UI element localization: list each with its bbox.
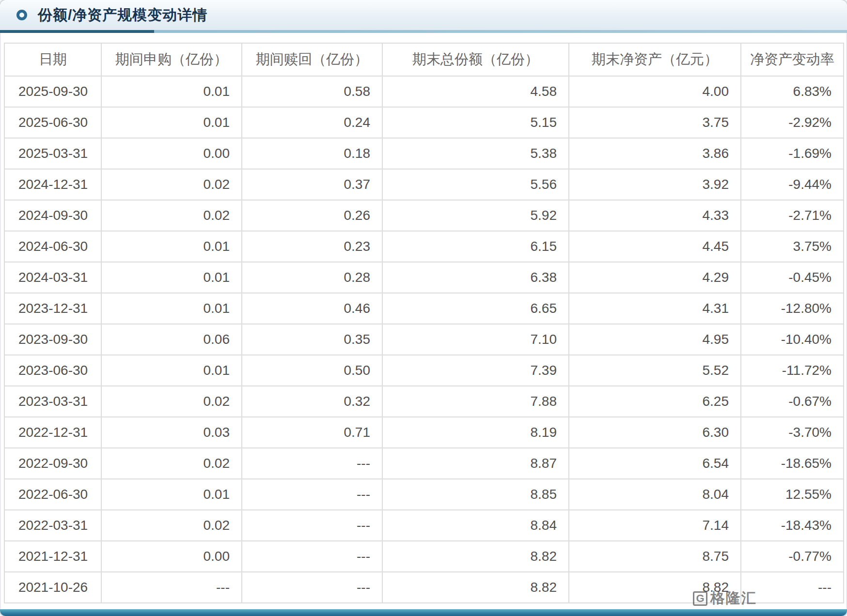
table-cell: 6.25 — [569, 386, 741, 417]
table-cell: -3.70% — [741, 417, 844, 448]
cell-date: 2022-09-30 — [4, 448, 101, 479]
table-row: 2022-03-310.02---8.847.14-18.43% — [4, 510, 844, 541]
cell-date: 2023-12-31 — [4, 293, 101, 324]
table-cell: 0.28 — [242, 262, 382, 293]
table-cell: --- — [242, 510, 382, 541]
table-cell: -18.43% — [741, 510, 844, 541]
table-row: 2024-09-300.020.265.924.33-2.71% — [4, 200, 844, 231]
table-body: 2025-09-300.010.584.584.006.83%2025-06-3… — [4, 76, 844, 603]
cell-date: 2022-06-30 — [4, 479, 101, 510]
table-cell: 0.01 — [101, 355, 242, 386]
table-row: 2023-06-300.010.507.395.52-11.72% — [4, 355, 844, 386]
section-title: 份额/净资产规模变动详情 — [38, 5, 207, 25]
cell-date: 2023-06-30 — [4, 355, 101, 386]
table-cell: 5.56 — [382, 169, 569, 200]
table-cell: 5.38 — [382, 138, 569, 169]
table-cell: 0.01 — [101, 262, 242, 293]
gelonghui-logo-icon: G — [693, 591, 707, 606]
table-cell: 0.03 — [101, 417, 242, 448]
table-cell: -12.80% — [741, 293, 844, 324]
table-row: 2023-12-310.010.466.654.31-12.80% — [4, 293, 844, 324]
table-cell: 5.92 — [382, 200, 569, 231]
table-cell: 12.55% — [741, 479, 844, 510]
col-header-net-assets: 期末净资产（亿元） — [569, 43, 741, 76]
table-row: 2025-06-300.010.245.153.75-2.92% — [4, 107, 844, 138]
table-cell: 0.02 — [101, 200, 242, 231]
cell-date: 2024-06-30 — [4, 231, 101, 262]
cell-date: 2022-03-31 — [4, 510, 101, 541]
table-row: 2021-12-310.00---8.828.75-0.77% — [4, 541, 844, 572]
table-cell: 8.85 — [382, 479, 569, 510]
table-cell: -10.40% — [741, 324, 844, 355]
table-cell: 7.88 — [382, 386, 569, 417]
table-cell: 6.30 — [569, 417, 741, 448]
table-row: 2022-06-300.01---8.858.0412.55% — [4, 479, 844, 510]
table-cell: --- — [242, 541, 382, 572]
table-cell: 3.75% — [741, 231, 844, 262]
table-cell: 8.82 — [382, 572, 569, 603]
table-cell: -0.67% — [741, 386, 844, 417]
table-cell: 8.87 — [382, 448, 569, 479]
col-header-total-shares: 期末总份额（亿份） — [382, 43, 569, 76]
cell-date: 2024-09-30 — [4, 200, 101, 231]
table-cell: 0.18 — [242, 138, 382, 169]
table-cell: 0.02 — [101, 169, 242, 200]
table-cell: 8.19 — [382, 417, 569, 448]
table-row: 2025-03-310.000.185.383.86-1.69% — [4, 138, 844, 169]
table-cell: 0.71 — [242, 417, 382, 448]
table-cell: 0.00 — [101, 138, 242, 169]
cell-date: 2025-09-30 — [4, 76, 101, 107]
table-cell: 0.02 — [101, 510, 242, 541]
table-cell: 0.01 — [101, 479, 242, 510]
table-cell: 7.10 — [382, 324, 569, 355]
col-header-period-subscription: 期间申购（亿份） — [101, 43, 242, 76]
col-header-date: 日期 — [4, 43, 101, 76]
cell-date: 2021-10-26 — [4, 572, 101, 603]
section-divider-accent — [0, 30, 154, 33]
table-cell: 0.46 — [242, 293, 382, 324]
table-cell: --- — [242, 572, 382, 603]
table-cell: --- — [242, 479, 382, 510]
fund-scale-panel: 份额/净资产规模变动详情 日期 期间申购（亿份） 期间赎回（亿份） 期末总份额（… — [0, 0, 847, 616]
table-cell: 4.58 — [382, 76, 569, 107]
table-row: 2023-03-310.020.327.886.25-0.67% — [4, 386, 844, 417]
col-header-net-asset-change-rate: 净资产变动率 — [741, 43, 844, 76]
table-cell: -2.92% — [741, 107, 844, 138]
table-cell: --- — [101, 572, 242, 603]
cell-date: 2023-09-30 — [4, 324, 101, 355]
table-cell: 7.14 — [569, 510, 741, 541]
gelonghui-watermark: G 格隆汇 — [693, 588, 757, 608]
table-cell: 8.84 — [382, 510, 569, 541]
cell-date: 2024-12-31 — [4, 169, 101, 200]
table-cell: 6.54 — [569, 448, 741, 479]
table-row: 2022-09-300.02---8.876.54-18.65% — [4, 448, 844, 479]
section-divider — [0, 30, 847, 33]
table-cell: 0.50 — [242, 355, 382, 386]
cell-date: 2022-12-31 — [4, 417, 101, 448]
table-cell: -18.65% — [741, 448, 844, 479]
table-cell: 4.00 — [569, 76, 741, 107]
table-row: 2022-12-310.030.718.196.30-3.70% — [4, 417, 844, 448]
table-cell: 4.95 — [569, 324, 741, 355]
table-cell: 4.29 — [569, 262, 741, 293]
panel-bottom-bar — [0, 609, 847, 616]
table-cell: 6.65 — [382, 293, 569, 324]
table-cell: 0.01 — [101, 107, 242, 138]
table-cell: 3.75 — [569, 107, 741, 138]
table-cell: 0.02 — [101, 386, 242, 417]
table-cell: 8.75 — [569, 541, 741, 572]
table-cell: 0.01 — [101, 76, 242, 107]
scale-change-table: 日期 期间申购（亿份） 期间赎回（亿份） 期末总份额（亿份） 期末净资产（亿元）… — [4, 43, 844, 603]
scale-change-table-wrapper: 日期 期间申购（亿份） 期间赎回（亿份） 期末总份额（亿份） 期末净资产（亿元）… — [4, 43, 843, 603]
table-cell: 7.39 — [382, 355, 569, 386]
table-cell: 4.31 — [569, 293, 741, 324]
table-row: 2023-09-300.060.357.104.95-10.40% — [4, 324, 844, 355]
section-titlebar: 份额/净资产规模变动详情 — [0, 0, 847, 30]
table-cell: 0.26 — [242, 200, 382, 231]
cell-date: 2024-03-31 — [4, 262, 101, 293]
table-header-row: 日期 期间申购（亿份） 期间赎回（亿份） 期末总份额（亿份） 期末净资产（亿元）… — [4, 43, 844, 76]
section-bullet-ring-icon — [16, 10, 27, 20]
table-cell: 6.15 — [382, 231, 569, 262]
table-cell: -9.44% — [741, 169, 844, 200]
table-cell: -2.71% — [741, 200, 844, 231]
